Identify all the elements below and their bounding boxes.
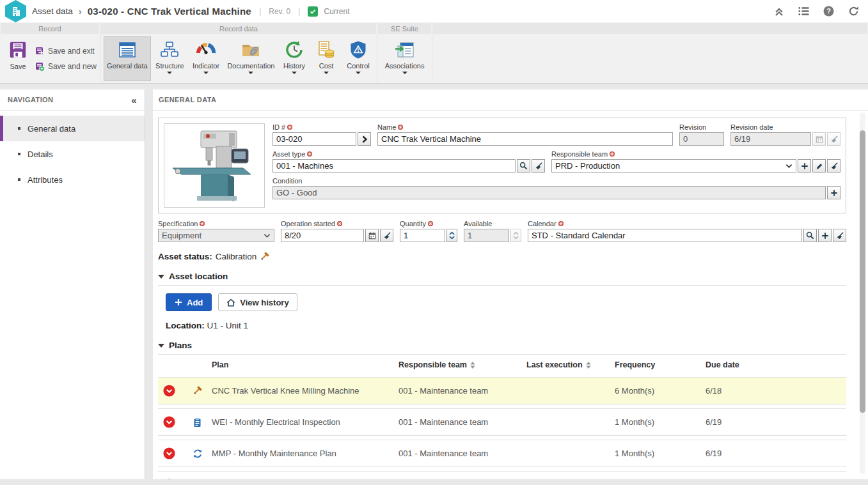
expand-row-button[interactable]	[163, 479, 175, 479]
plans-table-header: Plan Responsible team Last execution Fre…	[158, 357, 858, 373]
section-title: GENERAL DATA	[159, 96, 216, 104]
chevron-down-icon	[158, 275, 164, 279]
calendar-search-button[interactable]	[803, 229, 817, 242]
revision-date-label: Revision date	[730, 123, 840, 131]
clear-icon	[836, 232, 844, 240]
save-and-new-button[interactable]: Save and new	[35, 62, 97, 72]
required-marker	[287, 125, 292, 130]
expand-row-button[interactable]	[163, 416, 175, 428]
asset-type-search-button[interactable]	[517, 159, 530, 173]
plan-team: 001 - Maintenance team	[398, 449, 526, 458]
top-bar: Asset data › 03-020 - CNC Trak Vertical …	[0, 0, 868, 22]
calendar-input[interactable]	[528, 229, 802, 242]
plan-frequency: 1 Month(s)	[615, 449, 706, 458]
available-input	[464, 229, 509, 242]
divider: |	[259, 6, 261, 16]
collapse-ribbon-icon[interactable]	[774, 6, 784, 17]
calibration-icon[interactable]	[260, 252, 269, 261]
calendar-icon	[816, 135, 823, 143]
tab-indicator[interactable]: Indicator	[189, 36, 223, 81]
responsible-team-add-button[interactable]	[798, 159, 811, 173]
tab-history[interactable]: History	[279, 36, 310, 81]
col-last-execution[interactable]: Last execution	[526, 360, 615, 369]
operation-started-label: Operation started	[281, 220, 335, 227]
asset-status-label: Asset status:	[158, 252, 212, 261]
chevron-up-icon	[449, 231, 455, 235]
chevron-down-icon	[158, 344, 164, 348]
scrollbar-thumb[interactable]	[860, 130, 865, 413]
current-checkbox[interactable]	[308, 6, 318, 17]
required-marker	[610, 151, 615, 157]
clear-icon	[535, 162, 542, 170]
revision-badge: Rev. 0	[269, 7, 290, 16]
building-icon	[10, 6, 22, 17]
documentation-folder-icon	[241, 40, 261, 60]
operation-started-input[interactable]	[281, 229, 364, 242]
col-responsible-team[interactable]: Responsible team	[398, 360, 526, 369]
refresh-icon[interactable]	[848, 6, 859, 17]
calendar-clear-button[interactable]	[833, 229, 846, 242]
ribbon-group-record: Record	[1, 23, 99, 34]
structure-icon	[159, 40, 180, 60]
calendar-icon	[368, 232, 376, 240]
calendar-add-button[interactable]	[818, 229, 832, 242]
list-icon[interactable]	[798, 6, 809, 16]
plan-team: 001 - Maintenance team	[398, 417, 526, 427]
calendar-label: Calendar	[528, 220, 556, 227]
condition-label: Condition	[272, 177, 840, 185]
required-marker	[337, 221, 342, 226]
tab-associations[interactable]: Associations	[381, 36, 429, 81]
save-button[interactable]: Save	[3, 36, 33, 81]
condition-add-button[interactable]	[827, 186, 840, 199]
asset-location-section-toggle[interactable]: Asset location	[158, 272, 858, 281]
tab-documentation[interactable]: Documentation	[225, 36, 278, 81]
sort-icon	[586, 362, 591, 369]
name-input[interactable]	[377, 132, 673, 146]
revision-date-input	[730, 132, 811, 146]
chevron-down-icon	[402, 72, 407, 74]
save-and-exit-button[interactable]: Save and exit	[35, 47, 97, 56]
tab-general-data[interactable]: General data	[104, 36, 151, 81]
id-arrow-button[interactable]	[358, 132, 371, 146]
nav-item-details[interactable]: Details	[0, 141, 145, 167]
tab-cost[interactable]: Cost	[311, 36, 342, 81]
save-floppy-icon	[8, 40, 28, 59]
id-input[interactable]	[272, 132, 356, 146]
general-data-icon	[117, 40, 138, 60]
quantity-input[interactable]	[400, 229, 445, 242]
asset-type-clear-button[interactable]	[532, 159, 545, 173]
responsible-team-edit-button[interactable]	[812, 159, 826, 173]
view-history-button[interactable]: View history	[218, 293, 297, 311]
expand-row-button[interactable]	[163, 385, 175, 397]
nav-item-general-data[interactable]: General data	[0, 116, 145, 141]
chevron-down-circle-icon	[163, 479, 175, 479]
chevron-down-circle-icon	[163, 416, 175, 428]
quantity-stepper[interactable]	[446, 229, 457, 242]
asset-type-input[interactable]	[272, 159, 516, 173]
responsible-team-select[interactable]: PRD - Production	[551, 159, 796, 173]
plans-section-toggle[interactable]: Plans	[158, 341, 858, 350]
vertical-scrollbar[interactable]	[860, 112, 865, 474]
plan-due-date: 6/19	[706, 449, 846, 458]
current-label: Current	[324, 7, 349, 16]
expand-row-button[interactable]	[163, 447, 175, 459]
tab-control[interactable]: Control	[343, 36, 374, 81]
responsible-team-clear-button[interactable]	[827, 159, 840, 173]
operation-started-calendar-button[interactable]	[365, 229, 379, 242]
col-frequency: Frequency	[615, 360, 706, 369]
collapse-nav-icon[interactable]: «	[131, 95, 137, 105]
tab-structure[interactable]: Structure	[152, 36, 188, 81]
required-marker	[428, 221, 433, 226]
plan-team: 001 - Maintenance team	[398, 386, 526, 396]
clear-icon	[830, 135, 838, 143]
nav-item-attributes[interactable]: Attributes	[0, 167, 145, 192]
id-label: ID #	[272, 123, 285, 131]
col-due-date: Due date	[706, 360, 858, 369]
col-plan: Plan	[212, 360, 398, 369]
add-location-button[interactable]: Add	[166, 293, 212, 311]
operation-started-clear-button[interactable]	[380, 229, 393, 242]
breadcrumb-app[interactable]: Asset data	[32, 6, 73, 16]
chevron-down-icon	[264, 233, 271, 238]
help-icon[interactable]: ?	[823, 6, 834, 17]
plus-icon	[175, 298, 182, 306]
